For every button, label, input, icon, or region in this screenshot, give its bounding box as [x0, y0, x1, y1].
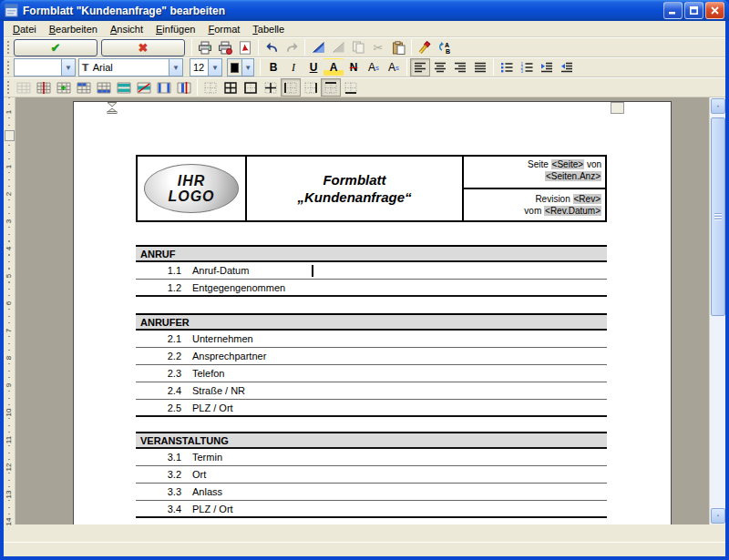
superscript-button[interactable]: As	[384, 58, 404, 76]
table-row[interactable]: 2.2Ansprechpartner	[136, 348, 607, 365]
printer-setup-icon	[218, 41, 232, 55]
maximize-button[interactable]	[684, 2, 703, 19]
vertical-ruler[interactable]: 11234567891011121314	[4, 97, 15, 524]
paste-formatting-button[interactable]	[328, 38, 348, 56]
menu-tabelle[interactable]: Tabelle	[246, 22, 291, 36]
border-left-button[interactable]	[281, 78, 301, 97]
toolbar-grip[interactable]	[6, 80, 10, 95]
menu-ansicht[interactable]: Ansicht	[104, 22, 149, 36]
menu-datei[interactable]: Datei	[6, 22, 43, 36]
cancel-button[interactable]: ✖	[101, 39, 185, 56]
table-row[interactable]: 3.1Termin	[136, 449, 607, 466]
table-row[interactable]: 2.4Straße / NR	[136, 382, 607, 400]
increase-indent-button[interactable]	[537, 58, 557, 76]
numbered-list-button[interactable]: 123	[517, 58, 537, 76]
table-row[interactable]: 2.1Unternehmen	[136, 331, 607, 348]
border-none-button[interactable]	[200, 78, 221, 97]
font-size-combo[interactable]: 12 ▼	[190, 58, 222, 76]
paste-button[interactable]	[388, 38, 408, 56]
redo-button[interactable]	[282, 38, 302, 56]
style-combo[interactable]: ▼	[14, 58, 76, 76]
table-row[interactable]: 1.1Anruf-Datum	[136, 262, 607, 280]
font-color-combo[interactable]: ▼	[227, 58, 254, 76]
document-canvas[interactable]: IHR LOGO Formblatt „Kundenanfrage“ Seite…	[15, 97, 709, 524]
row-label: Anruf-Datum	[192, 265, 249, 276]
table-row[interactable]: 3.3Anlass	[136, 484, 607, 501]
strikethrough-button[interactable]: N	[344, 58, 364, 76]
table-row[interactable]: 3.4PLZ / Ort	[136, 501, 607, 518]
border-all-button[interactable]	[221, 78, 241, 97]
font-combo[interactable]: T Arial ▼	[78, 58, 183, 76]
vertical-scrollbar[interactable]	[709, 97, 725, 524]
table-row[interactable]: 2.3Telefon	[136, 365, 607, 382]
delete-column-button[interactable]	[174, 78, 194, 97]
menu-einfgen[interactable]: Einfügen	[149, 22, 201, 36]
scroll-up-button[interactable]	[711, 98, 725, 114]
insert-row-button[interactable]	[54, 78, 74, 97]
menu-format[interactable]: Format	[201, 22, 246, 36]
chevron-down-icon[interactable]: ▼	[241, 59, 253, 76]
border-outer-button[interactable]	[241, 78, 261, 97]
page-info-cell[interactable]: Seite <Seite> von <Seiten.Anz>	[464, 157, 605, 189]
search-button[interactable]	[415, 38, 435, 56]
scrollbar-thumb[interactable]	[711, 117, 725, 316]
bullet-list-button[interactable]	[497, 58, 517, 76]
decrease-indent-button[interactable]	[557, 58, 577, 76]
underline-button[interactable]: U	[303, 58, 323, 76]
print-button[interactable]	[195, 38, 215, 56]
merge-cells-button[interactable]	[114, 78, 134, 97]
ruler-number: 9	[5, 381, 14, 390]
top-margin-marker-icon[interactable]	[5, 130, 15, 141]
align-center-button[interactable]	[430, 58, 450, 76]
insert-table-button[interactable]	[14, 78, 34, 97]
border-top-button[interactable]	[321, 78, 341, 97]
toolbar-grip[interactable]	[6, 60, 10, 75]
apply-button[interactable]: ✔	[14, 39, 98, 56]
fill-row-button[interactable]	[94, 78, 114, 97]
menu-bearbeiten[interactable]: Bearbeiten	[43, 22, 104, 36]
chevron-down-icon[interactable]: ▼	[169, 59, 182, 76]
chevron-down-icon[interactable]: ▼	[61, 59, 75, 76]
table-row[interactable]: 1.2Entgegengenommen	[136, 280, 607, 297]
border-right-button[interactable]	[301, 78, 321, 97]
minimize-button[interactable]	[663, 2, 683, 19]
print-setup-button[interactable]	[215, 38, 235, 56]
revision-label: Revision	[535, 194, 570, 204]
highlight-button[interactable]: A	[323, 58, 344, 76]
close-button[interactable]	[705, 2, 724, 19]
decrease-indent-icon	[560, 62, 573, 73]
chevron-down-icon[interactable]: ▼	[208, 59, 221, 76]
align-justify-button[interactable]	[470, 58, 490, 76]
border-inner-button[interactable]	[261, 78, 281, 97]
copy-formatting-button[interactable]	[308, 38, 328, 56]
page[interactable]: IHR LOGO Formblatt „Kundenanfrage“ Seite…	[73, 101, 672, 524]
copy-button[interactable]	[348, 38, 368, 56]
table-row[interactable]: 2.5PLZ / Ort	[136, 400, 607, 417]
printer-icon	[198, 41, 212, 55]
bold-button[interactable]: B	[263, 58, 283, 76]
insert-column-button[interactable]	[34, 78, 54, 97]
header-row-button[interactable]	[74, 78, 94, 97]
cut-button[interactable]: ✂	[368, 38, 388, 56]
right-indent-marker-icon[interactable]	[611, 102, 624, 114]
row-label: PLZ / Ort	[192, 402, 233, 413]
align-right-button[interactable]	[450, 58, 470, 76]
row-number: 3.3	[136, 486, 181, 497]
select-column-button[interactable]	[154, 78, 174, 97]
form-header-table[interactable]: IHR LOGO Formblatt „Kundenanfrage“ Seite…	[136, 155, 607, 222]
italic-button[interactable]: I	[283, 58, 303, 76]
logo-cell[interactable]: IHR LOGO	[138, 157, 247, 220]
toolbar-grip[interactable]	[6, 40, 10, 55]
split-cells-button[interactable]	[134, 78, 154, 97]
form-title-cell[interactable]: Formblatt „Kundenanfrage“	[247, 157, 464, 220]
undo-button[interactable]	[262, 38, 282, 56]
scroll-down-button[interactable]	[711, 508, 725, 524]
revision-info-cell[interactable]: Revision <Rev> vom <Rev.Datum>	[464, 189, 605, 220]
indent-markers-icon[interactable]	[107, 102, 118, 114]
subscript-button[interactable]: As	[364, 58, 384, 76]
export-pdf-button[interactable]	[235, 38, 255, 56]
replace-button[interactable]: A B	[435, 38, 455, 56]
border-bottom-button[interactable]	[341, 78, 361, 97]
align-left-button[interactable]	[410, 58, 430, 76]
table-row[interactable]: 3.2Ort	[136, 466, 607, 484]
